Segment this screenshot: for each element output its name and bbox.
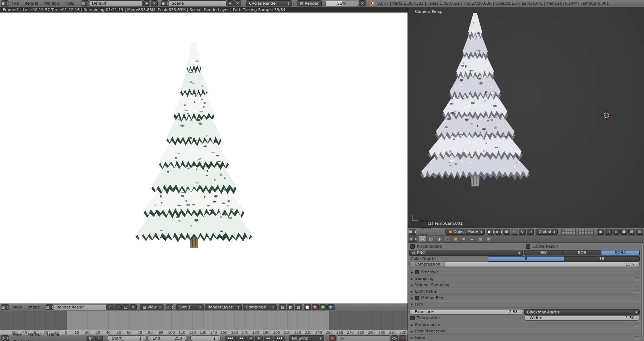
timeline-menu-frame[interactable]: Frame (44, 331, 62, 338)
opengl-render-icon[interactable]: ▤ (628, 229, 635, 235)
3d-viewport[interactable]: Camera Persp (1) TempCam.001 (408, 7, 644, 228)
clip-border-icon[interactable]: ◩ (287, 304, 294, 310)
add-layout-button[interactable]: + (143, 0, 150, 6)
open-image-button[interactable]: ▤ (122, 304, 129, 310)
timeline-track[interactable] (0, 311, 408, 330)
interaction-mode-dropdown[interactable]: ■Object Mode (445, 229, 485, 235)
render-slot-dropdown[interactable]: Slot 1 (176, 304, 204, 310)
end-frame-field[interactable]: End:250 (147, 335, 187, 341)
opengl-render-anim-icon[interactable]: ▥ (636, 229, 643, 235)
modifiers-tab[interactable]: ≡ (468, 236, 476, 242)
layer-7[interactable] (564, 232, 567, 235)
current-frame-playhead[interactable] (67, 311, 68, 330)
layer-19[interactable] (587, 232, 590, 235)
panel-grip-icon[interactable] (634, 336, 639, 339)
render-layer-dropdown[interactable]: RenderLayer (205, 304, 242, 310)
start-frame-field[interactable]: Start:1 (107, 335, 147, 341)
next-keyframe-button[interactable]: ▶▶ (264, 336, 273, 341)
layer-8[interactable] (567, 232, 570, 235)
timeline-menu-playback[interactable]: Playback (10, 338, 33, 341)
pivot-center-dropdown[interactable]: ◎ (166, 304, 173, 310)
exposure-slider[interactable]: Exposure: 2.58 (409, 309, 523, 315)
limit-selection-icon[interactable]: ▦ (503, 229, 510, 235)
editor-type-properties-button[interactable]: ▤ (409, 236, 416, 242)
snap-magnet-icon[interactable]: ∪ (613, 229, 620, 235)
manipulator-translate-button[interactable]: ↖ (511, 229, 518, 235)
jump-to-start-button[interactable]: ▮◀◀ (225, 336, 236, 341)
layer-14[interactable] (587, 229, 590, 232)
layer-18[interactable] (585, 232, 587, 235)
snap-element-icon[interactable]: ▣ (620, 229, 628, 235)
panel-checkbox[interactable] (415, 270, 419, 274)
layer-1[interactable] (561, 229, 564, 232)
timeline-menu-marker[interactable]: Marker (25, 331, 44, 338)
layer-4[interactable] (570, 229, 573, 232)
current-frame-field[interactable]: 1 (190, 335, 221, 341)
layer-20[interactable] (590, 232, 593, 235)
viewport-menu-select[interactable]: Select (417, 225, 434, 232)
menu-render[interactable]: Render (21, 0, 41, 7)
panel-grip-icon[interactable] (634, 271, 639, 274)
image-menu-image[interactable]: Image (25, 304, 43, 311)
transform-orientation-dropdown[interactable]: Global (536, 229, 558, 235)
placeholders-checkbox[interactable] (410, 244, 415, 249)
image-editor-canvas[interactable] (0, 13, 408, 303)
manipulator-scale-button[interactable]: ◿ (527, 229, 534, 235)
play-reverse-button[interactable]: ◀ (247, 336, 254, 341)
editor-type-timeline-button[interactable]: ◔ (1, 335, 9, 341)
editor-type-3dview-button[interactable]: ▦ (409, 229, 416, 235)
layer-13[interactable] (585, 229, 587, 232)
delete-scene-button[interactable]: × (234, 0, 241, 6)
panel-freestyle[interactable]: Freestyle (408, 269, 642, 276)
screen-layout-icon-button[interactable]: ▥ (82, 0, 89, 6)
play-button[interactable]: ▶ (255, 336, 263, 341)
new-image-button[interactable]: + (114, 304, 122, 310)
scene-icon-button[interactable]: ▣ (161, 0, 169, 6)
lock-time-cursor-icon[interactable]: ⊓ (95, 336, 103, 341)
alpha-channel-button[interactable] (304, 304, 311, 310)
panel-performance[interactable]: Performance (408, 322, 642, 328)
menu-help[interactable]: Help (63, 0, 77, 7)
fake-user-button[interactable]: F (107, 304, 114, 310)
sync-mode-dropdown[interactable]: No Sync (289, 335, 325, 341)
layer-16[interactable] (579, 232, 582, 235)
image-datablock-icon-button[interactable]: ▨ (46, 304, 53, 310)
file-format-dropdown[interactable]: ▨PNG (409, 250, 523, 256)
proportional-edit-icon[interactable]: ○ (605, 229, 612, 235)
add-scene-button[interactable]: + (226, 0, 234, 6)
panel-sampling[interactable]: Sampling (408, 276, 642, 282)
layer-5[interactable] (573, 229, 576, 232)
menu-window[interactable]: Window (42, 0, 63, 7)
render-engine-dropdown[interactable]: Cycles Render (246, 0, 292, 6)
screen-layout-field[interactable]: Default (89, 0, 143, 6)
panel-bake[interactable]: Bake (408, 335, 642, 341)
viewport-menu-view[interactable]: View (417, 218, 431, 225)
green-channel-button[interactable] (319, 304, 327, 310)
pixel-filter-dropdown[interactable]: Blackman-Harris (524, 309, 640, 315)
filter-width-slider[interactable]: Width: 1.50 (524, 315, 640, 321)
scopes-icon[interactable]: ▧ (295, 304, 302, 310)
constraints-tab[interactable]: ∞ (460, 236, 468, 242)
physics-tab[interactable]: ◉ (484, 236, 492, 242)
color-depth-option-8[interactable]: 8 (488, 256, 564, 262)
render-button[interactable]: ▨Render (297, 0, 322, 6)
world-tab[interactable]: ◯ (443, 236, 451, 242)
object-tab[interactable]: ■ (452, 236, 459, 242)
scene-field[interactable]: Scene (169, 0, 226, 6)
panel-grip-icon[interactable] (634, 290, 639, 293)
app-menu-button[interactable]: ▦ (1, 0, 9, 6)
render-pass-dropdown[interactable]: Combined (243, 304, 277, 310)
layer-9[interactable] (570, 232, 573, 235)
show-seconds-icon[interactable]: ◐ (87, 336, 94, 341)
unlink-image-button[interactable]: × (130, 304, 137, 310)
panel-light-paths[interactable]: Light Paths (408, 288, 642, 295)
channels-option-bw[interactable]: BW (524, 250, 563, 255)
panel-grip-icon[interactable] (634, 277, 639, 280)
channels-option-rgba[interactable]: RGBA (601, 250, 640, 255)
menu-file[interactable]: File (9, 0, 21, 7)
red-channel-button[interactable] (312, 304, 319, 310)
channels-option-rgb[interactable]: RGB (563, 250, 601, 255)
layer-12[interactable] (582, 229, 585, 232)
viewport-shading-dropdown[interactable]: ● (487, 229, 494, 235)
properties-scrollbar[interactable] (641, 245, 644, 337)
